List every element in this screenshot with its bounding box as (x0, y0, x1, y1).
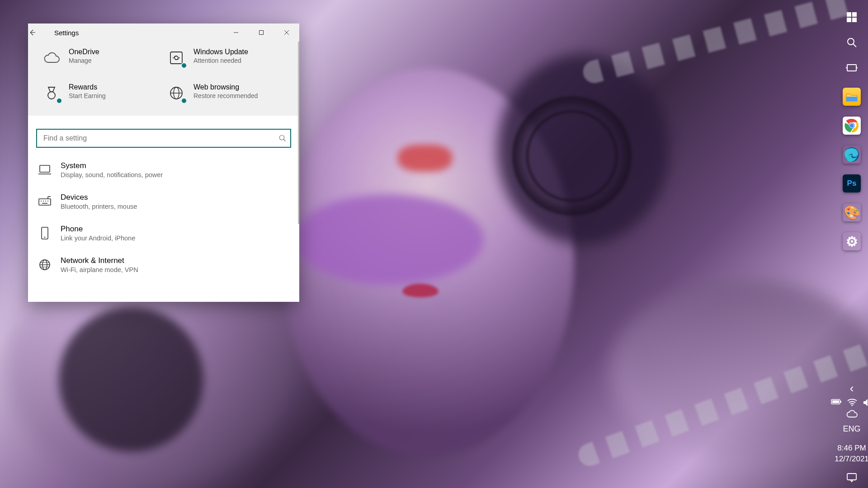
find-setting-input[interactable] (36, 129, 291, 148)
card-subtitle: Start Earning (69, 92, 106, 99)
category-subtitle: Display, sound, notifications, power (61, 171, 163, 178)
svg-point-12 (41, 201, 42, 202)
svg-rect-35 (846, 97, 857, 101)
account-summary-cards: OneDrive Manage Windows Update Attention… (28, 42, 299, 116)
minimize-button[interactable] (223, 23, 249, 42)
svg-line-8 (283, 139, 286, 141)
svg-rect-2 (170, 52, 182, 64)
category-title: System (61, 161, 163, 170)
svg-point-39 (850, 124, 854, 127)
svg-rect-9 (40, 165, 50, 172)
svg-rect-29 (852, 18, 857, 22)
category-subtitle: Link your Android, iPhone (61, 235, 135, 242)
phone-icon (37, 225, 52, 241)
update-icon (166, 48, 186, 68)
search-icon[interactable] (278, 134, 287, 142)
start-button[interactable] (841, 6, 863, 28)
svg-point-14 (45, 201, 46, 202)
svg-point-44 (851, 405, 853, 406)
card-title: Rewards (69, 83, 106, 91)
keyboard-icon (37, 194, 52, 209)
category-title: Phone (61, 225, 135, 234)
globe-icon (166, 83, 186, 103)
settings-app[interactable]: ⚙ (843, 232, 861, 250)
settings-window: Settings OneDrive Manage (28, 23, 299, 302)
rewards-card[interactable]: Rewards Start Earning (39, 79, 164, 108)
category-subtitle: Bluetooth, printers, mouse (61, 203, 137, 210)
svg-rect-42 (832, 400, 839, 403)
svg-rect-1 (259, 31, 264, 35)
category-title: Network & Internet (61, 256, 138, 265)
wifi-icon[interactable] (847, 398, 857, 407)
category-subtitle: Wi-Fi, airplane mode, VPN (61, 266, 138, 273)
globe-icon (37, 257, 52, 272)
category-system[interactable]: System Display, sound, notifications, po… (34, 154, 293, 186)
svg-point-3 (48, 92, 55, 99)
category-title: Devices (61, 193, 137, 202)
battery-icon[interactable] (831, 398, 842, 407)
system-tray: ‹ ENG 8:46 PM 12/7/2021 (835, 381, 868, 488)
svg-rect-43 (840, 401, 841, 403)
photoshop-label: Ps (847, 179, 857, 188)
taskbar: Ps 🎨 ⚙ ‹ ENG 8:46 PM 12/7/2021 (835, 0, 868, 488)
photoshop-app[interactable]: Ps (843, 174, 861, 192)
card-title: Web browsing (193, 83, 258, 91)
category-phone[interactable]: Phone Link your Android, iPhone (34, 217, 293, 249)
web-browsing-card[interactable]: Web browsing Restore recommended (164, 79, 288, 108)
volume-icon[interactable] (863, 398, 868, 407)
clock-time: 8:46 PM (835, 443, 868, 454)
svg-point-15 (47, 201, 48, 202)
clock-date: 12/7/2021 (835, 454, 868, 465)
category-devices[interactable]: Devices Bluetooth, printers, mouse (34, 186, 293, 217)
onedrive-card[interactable]: OneDrive Manage (39, 43, 164, 72)
laptop-icon (37, 162, 52, 178)
card-title: OneDrive (69, 48, 99, 56)
card-subtitle: Manage (69, 57, 99, 64)
svg-rect-11 (39, 199, 51, 205)
paint-app[interactable]: 🎨 (843, 203, 861, 221)
svg-rect-27 (852, 12, 857, 17)
svg-point-30 (848, 38, 854, 45)
clock[interactable]: 8:46 PM 12/7/2021 (835, 443, 868, 465)
svg-rect-45 (847, 474, 856, 480)
maximize-button[interactable] (249, 23, 274, 42)
svg-rect-32 (847, 65, 856, 71)
file-explorer-app[interactable] (843, 88, 861, 106)
chrome-app[interactable] (843, 117, 861, 135)
task-view-button[interactable] (841, 57, 863, 79)
action-center-button[interactable] (846, 473, 857, 486)
medal-icon (42, 83, 61, 103)
svg-rect-26 (847, 12, 851, 17)
card-title: Windows Update (193, 48, 248, 56)
search-button[interactable] (841, 32, 863, 53)
category-network[interactable]: Network & Internet Wi-Fi, airplane mode,… (34, 249, 293, 281)
settings-main: System Display, sound, notifications, po… (28, 116, 299, 302)
gear-icon: ⚙ (846, 234, 858, 249)
svg-point-7 (279, 135, 284, 140)
svg-rect-28 (847, 18, 851, 22)
svg-point-20 (44, 237, 46, 238)
tray-overflow-button[interactable]: ‹ (850, 381, 854, 395)
close-button[interactable] (274, 23, 299, 42)
palette-icon: 🎨 (844, 205, 860, 221)
cloud-icon (42, 48, 61, 68)
onedrive-tray-icon[interactable] (846, 410, 858, 418)
card-subtitle: Attention needed (193, 57, 248, 64)
card-subtitle: Restore recommended (193, 92, 258, 99)
titlebar: Settings (28, 23, 299, 42)
svg-line-31 (853, 44, 856, 47)
window-title: Settings (49, 29, 79, 37)
svg-point-13 (43, 201, 44, 202)
back-button[interactable] (28, 28, 49, 37)
edge-app[interactable] (843, 145, 861, 164)
windows-update-card[interactable]: Windows Update Attention needed (164, 43, 288, 72)
language-indicator[interactable]: ENG (843, 424, 860, 434)
